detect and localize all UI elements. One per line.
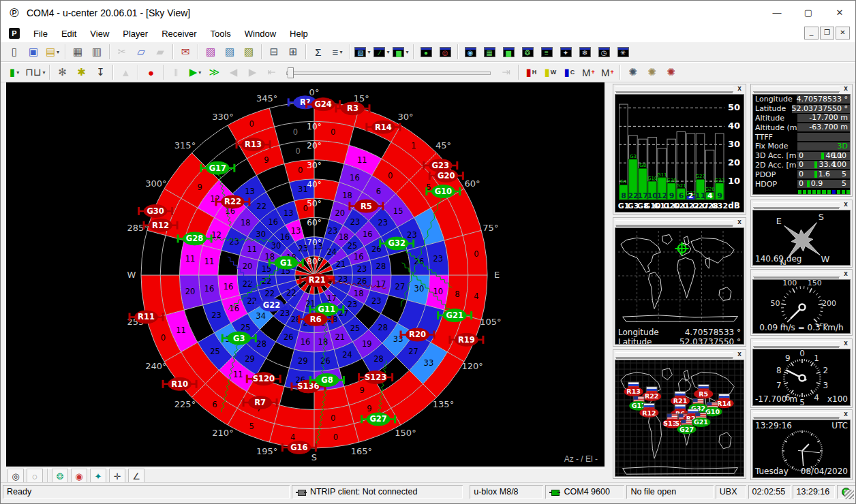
svg-text:30°: 30° [397,112,413,122]
panel-grab-strip[interactable]: x [751,410,852,419]
sky-dotted-toggle-icon[interactable]: ◌ [27,469,43,484]
new-binary-console-icon[interactable]: ▨ [221,43,239,61]
baudrate-icon[interactable]: ⊓⊔▾ [25,63,46,81]
panel-close-icon[interactable]: x [841,200,851,208]
firmware-update-icon[interactable]: ↧ [91,63,109,81]
svg-text:G32: G32 [715,178,724,183]
warm-start-icon[interactable]: ▮W [541,63,559,81]
menu-item-window[interactable]: Window [238,27,283,41]
hot-start-icon[interactable]: ▮H [522,63,540,81]
table-view-icon[interactable]: ≡▾ [328,43,346,61]
elevation-mask-icon[interactable]: ∠ [128,469,144,484]
menu-item-file[interactable]: File [27,27,55,41]
dock-satellite-level-icon[interactable]: ▆ [500,43,517,61]
svg-text:R20: R20 [409,330,426,339]
enable-messages-icon[interactable]: M+ [579,63,597,81]
panel-grab-strip[interactable]: x [613,218,746,227]
panel-close-icon[interactable]: x [841,270,851,278]
split-vertical-icon[interactable]: ⊞ [284,43,302,61]
dock-window-green-icon[interactable]: ● [417,43,435,61]
panel-close-icon[interactable]: x [841,410,851,418]
menu-item-view[interactable]: View [83,27,116,41]
status-ntrip: NTRIP client: Not connected [292,485,463,499]
menu-item-edit[interactable]: Edit [55,27,83,41]
panel-grab-strip[interactable]: x [751,339,852,348]
print-preview-icon[interactable]: ▥ [88,43,106,61]
cold-start-icon[interactable]: ▮C [560,63,578,81]
svg-text:9: 9 [669,191,675,200]
menu-item-tools[interactable]: Tools [203,27,237,41]
panel-grab-strip[interactable]: x [613,350,746,359]
data-row-2d-acc-m-: 2D Acc. [m]033.4100 [753,161,850,170]
menu-item-player[interactable]: Player [116,27,155,41]
dock-data-view-icon[interactable]: ≡ [538,43,555,61]
default-messages-icon[interactable]: M+ [598,63,616,81]
dock-compass-icon[interactable]: ✦ [557,43,575,61]
dock-sky-view-icon[interactable]: ❄ [576,43,594,61]
gear-run-icon[interactable]: ✺ [624,63,641,81]
copy-icon[interactable]: ▱ [132,43,150,61]
resize-grip[interactable] [844,490,854,499]
compass-labels-toggle-icon[interactable]: ✛ [109,469,125,484]
svg-text:0: 0 [331,413,335,423]
debug-messages-icon[interactable]: ✱ [72,63,90,81]
statistics-view-icon[interactable]: Σ [309,43,327,61]
dock-grid-view-icon[interactable]: ▦ [480,43,498,61]
mdi-child-icon[interactable]: P [9,28,20,39]
split-horizontal-icon[interactable]: ⊟ [265,43,283,61]
svg-text:16: 16 [280,232,290,242]
fast-forward-icon[interactable]: ≫ [205,63,223,81]
dock-window-target-icon[interactable]: ◎ [436,43,454,61]
dock-world-position-icon[interactable]: ❂ [519,43,536,61]
svg-text:11: 11 [233,370,243,379]
panel-grab-strip[interactable]: x [751,270,852,279]
histogram-view-icon[interactable]: ▆▾ [392,43,410,61]
dock-deviation-map-icon[interactable]: ✳ [614,43,632,61]
svg-text:17: 17 [326,294,337,303]
close-connection-icon[interactable]: ✉ [177,43,194,61]
autobauding-icon[interactable]: ✻ [53,63,71,81]
sky-view-window[interactable]: 1040456000058339071190110231027911252011… [6,82,605,467]
play-icon[interactable]: ▶▾ [186,63,204,81]
print-icon[interactable]: ▦ [69,43,87,61]
menu-item-help[interactable]: Help [283,27,315,41]
playback-position-slider[interactable] [286,66,491,78]
panel-close-icon[interactable]: x [735,84,744,93]
sky-rings-toggle-icon[interactable]: ◎ [7,469,24,484]
close-button[interactable]: ✕ [824,1,855,24]
svg-text:8: 8 [776,366,782,375]
svg-text:G23: G23 [432,161,449,170]
gear-stop-icon[interactable]: ✺ [662,63,679,81]
panel-close-icon[interactable]: x [735,218,744,226]
panel-close-icon[interactable]: x [735,350,744,358]
panel-grab-strip[interactable]: x [751,84,852,93]
sky-red-mode-icon[interactable]: ◉ [71,469,87,484]
record-icon[interactable]: ● [142,63,159,81]
new-packet-console-icon[interactable]: ▨ [202,43,219,61]
satellite-info-icon[interactable]: ✦ [90,469,106,484]
svg-text:5: 5 [799,398,805,406]
gear-file-icon[interactable]: ✺ [643,63,660,81]
maximize-button[interactable]: ▢ [793,1,824,24]
save-file-icon[interactable]: ▣ [25,43,42,61]
sky-color-mode-icon[interactable]: ❂ [52,469,68,484]
new-file-icon[interactable]: ▯ [5,43,23,61]
panel-grab-strip[interactable]: x [751,200,852,209]
new-text-console-icon[interactable]: ▨ [240,43,258,61]
minimize-button[interactable]: — [761,1,793,24]
mdi-close-button[interactable]: ✕ [836,27,850,40]
panel-close-icon[interactable]: x [841,339,851,347]
panel-close-icon[interactable]: x [841,84,851,93]
panel-grab-strip[interactable]: x [613,84,746,93]
chart-view-icon[interactable]: ▧▾ [354,43,371,61]
mdi-minimize-button[interactable]: _ [804,27,819,40]
svg-text:16: 16 [301,337,311,347]
line-chart-view-icon[interactable]: ∕▾ [373,43,391,61]
open-file-icon[interactable]: ▤▾ [44,43,61,61]
connect-receiver-icon[interactable]: ▮▾ [5,63,23,81]
svg-text:G22: G22 [263,300,280,310]
dock-donut-view-icon[interactable]: ◉ [461,43,479,61]
menu-item-receiver[interactable]: Receiver [155,27,203,41]
mdi-restore-button[interactable]: ❐ [820,27,834,40]
dock-clock-icon[interactable]: ◷ [595,43,613,61]
